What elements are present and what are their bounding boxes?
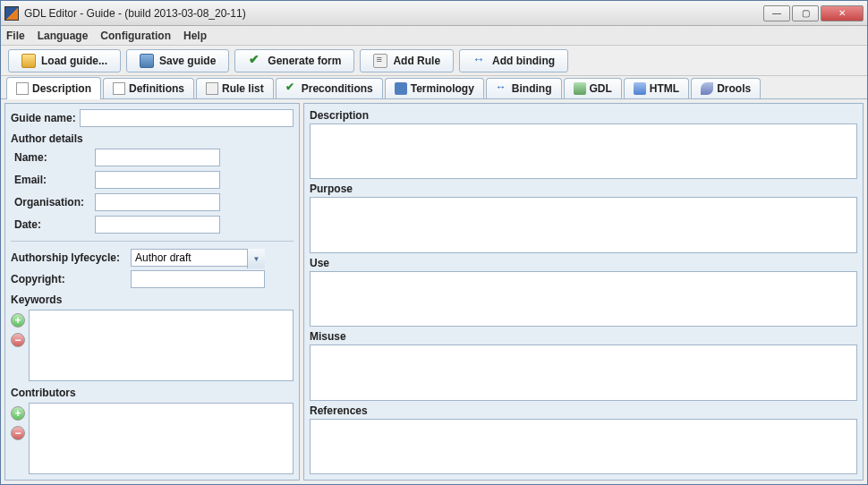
references-textarea[interactable]: [310, 419, 857, 474]
app-window: GDL Editor - Guide - (build 2013-03-08_2…: [0, 0, 868, 485]
save-guide-button[interactable]: Save guide: [126, 49, 229, 72]
add-keyword-button[interactable]: +: [11, 313, 25, 328]
close-button[interactable]: ✕: [821, 5, 864, 21]
tab-gdl[interactable]: GDL: [564, 78, 622, 98]
name-label: Name:: [14, 151, 91, 164]
content-area: Guide name: Author details Name: Email: …: [1, 99, 867, 484]
tab-preconditions-label: Preconditions: [302, 82, 373, 95]
menu-language[interactable]: Language: [38, 30, 89, 42]
use-field: Use: [310, 257, 857, 327]
remove-keyword-button[interactable]: −: [11, 333, 25, 347]
date-label: Date:: [14, 218, 91, 231]
lifecycle-value[interactable]: [131, 249, 265, 267]
description-tab-icon: [16, 82, 29, 95]
keywords-buttons: + −: [11, 310, 25, 381]
add-contributor-button[interactable]: +: [11, 406, 25, 421]
author-details-title: Author details: [11, 132, 294, 145]
description-field: Description: [310, 109, 857, 179]
binding-icon: [472, 54, 487, 68]
organisation-input[interactable]: [95, 193, 220, 211]
add-binding-label: Add binding: [492, 55, 555, 67]
drools-tab-icon: [701, 82, 713, 95]
purpose-textarea[interactable]: [310, 197, 857, 252]
window-title: GDL Editor - Guide - (build 2013-03-08_2…: [24, 7, 763, 20]
contributors-area: + −: [11, 403, 294, 474]
lifecycle-label: Authorship lyfecycle:: [11, 251, 127, 264]
tab-terminology[interactable]: Terminology: [385, 78, 484, 98]
load-guide-button[interactable]: Load guide...: [8, 49, 121, 72]
minimize-button[interactable]: —: [763, 5, 790, 21]
description-textarea[interactable]: [310, 123, 857, 179]
purpose-label: Purpose: [310, 183, 857, 195]
use-label: Use: [310, 257, 857, 269]
tab-drools[interactable]: Drools: [691, 78, 761, 98]
organisation-label: Organisation:: [14, 196, 91, 208]
tab-definitions-label: Definitions: [129, 82, 184, 95]
menu-help[interactable]: Help: [183, 30, 207, 42]
date-input[interactable]: [95, 216, 220, 234]
lifecycle-dropdown[interactable]: [131, 249, 265, 267]
email-label: Email:: [14, 174, 91, 186]
definitions-tab-icon: [113, 82, 125, 95]
titlebar: GDL Editor - Guide - (build 2013-03-08_2…: [1, 1, 867, 26]
purpose-field: Purpose: [310, 183, 857, 252]
contributors-title: Contributors: [11, 387, 294, 399]
use-textarea[interactable]: [310, 271, 857, 327]
add-rule-label: Add Rule: [393, 55, 440, 67]
left-panel: Guide name: Author details Name: Email: …: [4, 103, 300, 481]
keywords-list[interactable]: [29, 310, 294, 381]
tabbar: Description Definitions Rule list Precon…: [1, 76, 867, 99]
check-icon: [248, 54, 262, 68]
email-input[interactable]: [95, 171, 220, 189]
tab-rule-list-label: Rule list: [222, 82, 264, 95]
tab-binding[interactable]: Binding: [486, 78, 562, 98]
tab-rule-list[interactable]: Rule list: [196, 78, 274, 98]
keywords-area: + −: [11, 310, 294, 381]
gdl-tab-icon: [574, 82, 586, 95]
misuse-label: Misuse: [310, 330, 857, 343]
copyright-label: Copyright:: [11, 273, 127, 285]
maximize-button[interactable]: ▢: [792, 5, 819, 21]
add-binding-button[interactable]: Add binding: [459, 49, 568, 72]
tab-definitions[interactable]: Definitions: [103, 78, 194, 98]
contributors-list[interactable]: [29, 403, 294, 474]
misuse-field: Misuse: [310, 330, 857, 400]
tab-html[interactable]: HTML: [624, 78, 689, 98]
tab-binding-label: Binding: [512, 82, 552, 95]
menu-configuration[interactable]: Configuration: [100, 30, 171, 42]
save-guide-label: Save guide: [159, 55, 216, 67]
toolbar: Load guide... Save guide Generate form A…: [1, 46, 867, 76]
references-label: References: [310, 404, 857, 417]
chevron-down-icon[interactable]: [247, 249, 265, 268]
generate-form-button[interactable]: Generate form: [234, 49, 354, 72]
tab-drools-label: Drools: [717, 82, 751, 95]
divider: [11, 241, 294, 242]
terminology-tab-icon: [395, 82, 407, 95]
tab-gdl-label: GDL: [590, 82, 612, 95]
contributors-buttons: + −: [11, 403, 25, 474]
references-field: References: [310, 404, 857, 474]
remove-contributor-button[interactable]: −: [11, 426, 25, 440]
tab-description[interactable]: Description: [6, 77, 101, 99]
guide-name-row: Guide name:: [11, 109, 294, 127]
window-buttons: — ▢ ✕: [763, 5, 864, 21]
preconditions-tab-icon: [285, 82, 298, 95]
app-icon: [4, 6, 19, 21]
copyright-input[interactable]: [131, 270, 265, 288]
tab-terminology-label: Terminology: [411, 82, 474, 95]
generate-form-label: Generate form: [268, 55, 341, 67]
tab-html-label: HTML: [650, 82, 679, 95]
tab-preconditions[interactable]: Preconditions: [276, 78, 383, 98]
guide-name-input[interactable]: [80, 109, 294, 127]
tab-description-label: Description: [32, 82, 91, 95]
name-input[interactable]: [95, 149, 220, 166]
author-fields: Name: Email: Organisation: Date:: [11, 149, 294, 234]
menubar: File Language Configuration Help: [1, 26, 867, 46]
misuse-textarea[interactable]: [310, 345, 857, 400]
add-rule-button[interactable]: Add Rule: [360, 49, 454, 72]
load-guide-label: Load guide...: [41, 55, 107, 67]
folder-icon: [21, 54, 36, 68]
keywords-title: Keywords: [11, 294, 294, 306]
right-panel: Description Purpose Use Misuse Reference…: [303, 103, 864, 481]
menu-file[interactable]: File: [6, 30, 25, 42]
